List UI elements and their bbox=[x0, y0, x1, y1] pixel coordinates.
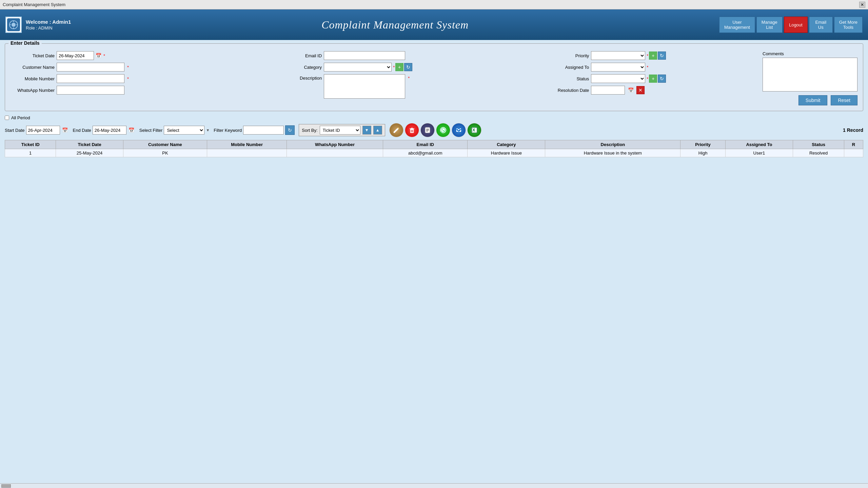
ticket-date-row: Ticket Date 📅 * bbox=[11, 51, 271, 60]
col-email-id: Email ID bbox=[383, 140, 468, 149]
filter-keyword-refresh-button[interactable]: ↻ bbox=[285, 125, 295, 135]
mobile-number-row: Mobile Number * bbox=[11, 74, 271, 83]
report-icon-button[interactable] bbox=[420, 123, 435, 137]
ticket-date-calendar-icon[interactable]: 📅 bbox=[95, 52, 102, 59]
priority-select[interactable] bbox=[591, 51, 645, 60]
start-date-group: Start Date 📅 bbox=[5, 126, 69, 135]
all-period-checkbox[interactable] bbox=[5, 116, 9, 120]
cell-category: Hardware Issue bbox=[468, 149, 545, 157]
edit-icon-button[interactable] bbox=[389, 123, 403, 137]
resolution-date-clear-button[interactable]: ✕ bbox=[636, 86, 645, 94]
delete-icon-button[interactable] bbox=[405, 123, 419, 137]
category-select[interactable] bbox=[324, 63, 392, 72]
sort-by-group: Sort By: Ticket ID Ticket Date Customer … bbox=[299, 124, 385, 136]
svg-rect-7 bbox=[410, 129, 414, 133]
resolution-date-calendar-icon[interactable]: 📅 bbox=[627, 86, 634, 94]
select-filter-group: Select Filter Select ▼ bbox=[139, 126, 210, 135]
table-row[interactable]: 125-May-2024PKabcd@gmail.comHardware Iss… bbox=[5, 149, 863, 157]
customer-name-input[interactable] bbox=[57, 63, 124, 72]
status-required: * bbox=[647, 76, 648, 81]
submit-button[interactable]: Submit bbox=[798, 95, 828, 105]
header-title: Complaint Management System bbox=[71, 19, 719, 31]
resolution-date-input[interactable] bbox=[591, 86, 625, 95]
comments-label: Comments bbox=[763, 51, 857, 56]
ticket-date-input[interactable] bbox=[57, 51, 94, 60]
excel-icon-button[interactable]: X bbox=[467, 123, 481, 137]
comments-section: Comments Submit Reset bbox=[763, 51, 857, 105]
scrollbar-thumb[interactable] bbox=[1, 484, 11, 488]
svg-text:O: O bbox=[457, 127, 460, 133]
mobile-number-input[interactable] bbox=[57, 74, 124, 83]
assigned-to-required: * bbox=[647, 65, 648, 70]
col-assigned-to: Assigned To bbox=[725, 140, 793, 149]
role-text: Role : ADMIN bbox=[26, 25, 71, 30]
whatsapp-number-input[interactable] bbox=[57, 86, 124, 95]
status-label: Status bbox=[545, 76, 589, 81]
sort-up-button[interactable]: ▲ bbox=[373, 126, 382, 135]
window-close-button[interactable]: ✕ bbox=[859, 2, 865, 8]
form-col-middle: Email ID Category * + ↻ Description bbox=[278, 51, 538, 105]
horizontal-scrollbar[interactable] bbox=[0, 483, 868, 488]
start-date-calendar-icon[interactable]: 📅 bbox=[61, 126, 69, 134]
comments-input[interactable] bbox=[763, 58, 857, 92]
end-date-input[interactable] bbox=[93, 126, 126, 135]
customer-name-required: * bbox=[127, 65, 129, 70]
end-date-label: End Date bbox=[73, 128, 91, 133]
email-id-input[interactable] bbox=[324, 51, 405, 60]
filter-keyword-group: Filter Keyword ↻ bbox=[214, 125, 295, 135]
col-description: Description bbox=[545, 140, 680, 149]
cell-customer-name: PK bbox=[123, 149, 207, 157]
status-select[interactable] bbox=[591, 74, 645, 83]
assigned-to-group: * bbox=[591, 63, 648, 72]
all-period-row: All Period bbox=[5, 115, 863, 120]
col-ticket-date: Ticket Date bbox=[56, 140, 123, 149]
whatsapp-icon-button[interactable] bbox=[436, 123, 450, 137]
category-add-button[interactable]: + bbox=[395, 63, 403, 71]
sort-by-select[interactable]: Ticket ID Ticket Date Customer Name Prio… bbox=[320, 126, 360, 135]
status-refresh-button[interactable]: ↻ bbox=[658, 75, 666, 83]
user-management-button[interactable]: User Management bbox=[719, 17, 755, 33]
cell-ticket-id: 1 bbox=[5, 149, 56, 157]
cell-r bbox=[844, 149, 863, 157]
assigned-to-select[interactable] bbox=[591, 63, 645, 72]
record-count: 1 Record bbox=[843, 127, 863, 133]
filter-keyword-input[interactable] bbox=[243, 126, 284, 135]
welcome-text: Welcome : Admin1 bbox=[26, 19, 71, 25]
col-priority: Priority bbox=[680, 140, 725, 149]
description-input[interactable] bbox=[324, 74, 405, 99]
select-filter-label: Select Filter bbox=[139, 128, 163, 133]
header-nav: User Management Manage List Logout Email… bbox=[719, 17, 863, 33]
customer-name-row: Customer Name * bbox=[11, 63, 271, 72]
col-whatsapp-number: WhatsApp Number bbox=[287, 140, 383, 149]
data-table: Ticket ID Ticket Date Customer Name Mobi… bbox=[5, 140, 863, 157]
category-refresh-button[interactable]: ↻ bbox=[404, 63, 412, 71]
reset-button[interactable]: Reset bbox=[831, 95, 857, 105]
email-us-button[interactable]: Email Us bbox=[809, 17, 833, 33]
col-status: Status bbox=[793, 140, 844, 149]
priority-add-button[interactable]: + bbox=[649, 52, 657, 60]
end-date-group: End Date 📅 bbox=[73, 126, 135, 135]
title-bar: Complaint Management System ✕ bbox=[0, 0, 868, 9]
end-date-calendar-icon[interactable]: 📅 bbox=[128, 126, 135, 134]
outlook-icon-button[interactable]: O bbox=[452, 123, 466, 137]
sort-down-button[interactable]: ▼ bbox=[362, 126, 371, 135]
action-icon-buttons: O X bbox=[389, 123, 481, 137]
priority-group: * + ↻ bbox=[591, 51, 666, 60]
all-period-label: All Period bbox=[11, 115, 30, 120]
start-date-input[interactable] bbox=[26, 126, 60, 135]
cell-mobile-number bbox=[207, 149, 287, 157]
logout-button[interactable]: Logout bbox=[784, 17, 808, 33]
manage-list-button[interactable]: Manage List bbox=[756, 17, 783, 33]
col-r: R bbox=[844, 140, 863, 149]
mobile-number-label: Mobile Number bbox=[11, 76, 55, 81]
status-add-button[interactable]: + bbox=[649, 75, 657, 83]
priority-refresh-button[interactable]: ↻ bbox=[658, 52, 666, 60]
category-label: Category bbox=[278, 65, 322, 70]
table-container[interactable]: Ticket ID Ticket Date Customer Name Mobi… bbox=[5, 140, 863, 157]
resolution-date-label: Resolution Date bbox=[545, 88, 589, 93]
get-more-tools-button[interactable]: Get More Tools bbox=[834, 17, 863, 33]
status-group: * + ↻ bbox=[591, 74, 666, 83]
select-filter-select[interactable]: Select bbox=[164, 126, 204, 135]
header-welcome: Welcome : Admin1 Role : ADMIN bbox=[26, 19, 71, 30]
customer-name-label: Customer Name bbox=[11, 65, 55, 70]
